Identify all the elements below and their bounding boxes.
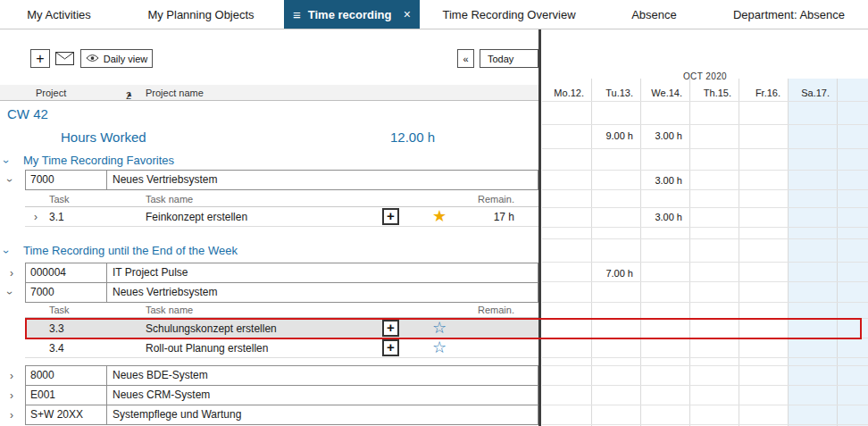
expand-icon[interactable]: › bbox=[34, 211, 38, 223]
tab-time-recording[interactable]: ≡ Time recording × bbox=[284, 0, 420, 29]
task-header-row: Task Task name Remain. bbox=[0, 191, 538, 207]
weekend-shade-sunday bbox=[837, 79, 868, 426]
column-header-task: Task bbox=[49, 194, 70, 205]
grid-line-h bbox=[542, 262, 868, 263]
column-header-task: Task bbox=[49, 305, 70, 315]
previous-period-button[interactable]: « bbox=[457, 49, 474, 68]
week-title: CW 42 bbox=[7, 106, 48, 121]
project-row-8000[interactable]: › 8000 Neues BDE-System bbox=[0, 365, 538, 386]
grid-line-h bbox=[542, 170, 868, 171]
grid-line-h bbox=[542, 207, 868, 208]
grid-line-h bbox=[542, 281, 868, 282]
tab-absence[interactable]: Absence bbox=[598, 0, 710, 29]
collapse-icon[interactable]: › bbox=[4, 291, 16, 295]
favorite-star-outline-icon[interactable]: ☆ bbox=[432, 338, 447, 357]
divider-line bbox=[25, 357, 538, 358]
section-favorites-title[interactable]: My Time Recording Favorites bbox=[23, 154, 174, 167]
today-button[interactable]: Today bbox=[480, 49, 538, 68]
grid-line-v bbox=[788, 79, 789, 426]
task-header-row: Task Task name Remain. bbox=[0, 302, 538, 318]
task-row-3-1[interactable]: › 3.1 Feinkonzept erstellen + ★ 17 h bbox=[0, 207, 538, 227]
project-name-cell: IT Project Pulse bbox=[106, 263, 538, 283]
favorite-project-cell-we14[interactable]: 3.00 h bbox=[640, 175, 682, 186]
time-recording-app: My Activities My Planning Objects ≡ Time… bbox=[0, 0, 868, 426]
grid-line-v bbox=[837, 79, 838, 426]
pulse-project-cell-tu13[interactable]: 7.00 h bbox=[591, 268, 633, 279]
tab-my-planning-objects[interactable]: My Planning Objects bbox=[118, 0, 284, 29]
project-id-cell: E001 bbox=[25, 385, 107, 405]
close-icon[interactable]: × bbox=[404, 7, 411, 21]
task-remaining-hours: 17 h bbox=[455, 211, 514, 223]
day-header-mo12: Mo.12. bbox=[542, 88, 584, 98]
grid-line-h bbox=[542, 148, 868, 149]
grid-line-v bbox=[689, 79, 690, 426]
project-row-000004[interactable]: › 000004 IT Project Pulse bbox=[0, 263, 538, 283]
grid-line-h bbox=[542, 424, 868, 425]
project-name-cell: Systempflege und Wartung bbox=[106, 405, 538, 425]
tab-bar: My Activities My Planning Objects ≡ Time… bbox=[0, 0, 868, 29]
day-header-tu13: Tu.13. bbox=[591, 88, 633, 98]
add-time-entry-button[interactable]: + bbox=[382, 339, 399, 356]
collapse-icon[interactable]: › bbox=[0, 160, 13, 163]
daily-view-label: Daily view bbox=[104, 54, 148, 64]
grid-line-h bbox=[542, 365, 868, 366]
task-row-3-4[interactable]: 3.4 Roll-out Planung erstellen + ☆ bbox=[0, 338, 538, 358]
project-id-cell: S+W 20XX bbox=[25, 405, 107, 425]
column-header-remain: Remain. bbox=[455, 194, 514, 205]
grid-line-h bbox=[542, 101, 868, 102]
pane-divider[interactable] bbox=[538, 29, 541, 426]
project-id-cell: 7000 bbox=[25, 282, 107, 303]
grid-line-h bbox=[542, 302, 868, 303]
hours-worked-total: 12.00 h bbox=[390, 129, 435, 145]
expand-icon[interactable]: › bbox=[10, 267, 13, 280]
column-header-project-name[interactable]: Project name bbox=[146, 88, 204, 98]
eye-icon bbox=[86, 54, 99, 64]
task-id: 3.1 bbox=[49, 211, 64, 223]
collapse-icon[interactable]: › bbox=[4, 179, 16, 182]
hours-worked-cell-tu13[interactable]: 9.00 h bbox=[591, 130, 633, 141]
grid-line-h bbox=[542, 189, 868, 190]
task-name: Feinkonzept erstellen bbox=[146, 211, 247, 223]
weekend-shade-saturday bbox=[788, 79, 837, 426]
tab-label: Time recording bbox=[308, 8, 392, 21]
project-name-cell: Neues CRM-System bbox=[106, 385, 538, 405]
favorite-star-icon[interactable]: ★ bbox=[432, 206, 447, 226]
column-header-task-name: Task name bbox=[146, 305, 193, 315]
selection-highlight-border bbox=[25, 318, 862, 339]
tab-my-activities[interactable]: My Activities bbox=[0, 0, 118, 29]
grid-line-h bbox=[542, 238, 868, 239]
expand-icon[interactable]: › bbox=[10, 409, 13, 422]
collapse-icon[interactable]: › bbox=[0, 250, 13, 254]
table-header-row: Project 2▲ Project name bbox=[0, 85, 538, 101]
project-row-7000[interactable]: › 7000 Neues Vertriebsystem bbox=[0, 282, 538, 303]
tab-time-recording-overview[interactable]: Time Recording Overview bbox=[420, 0, 598, 29]
grid-line-h bbox=[542, 405, 868, 405]
project-id-cell: 000004 bbox=[25, 263, 107, 283]
expand-icon[interactable]: › bbox=[10, 370, 13, 382]
daily-view-button[interactable]: Daily view bbox=[80, 49, 153, 68]
project-name-cell: Neues Vertriebsystem bbox=[106, 170, 538, 190]
add-time-entry-button[interactable]: + bbox=[382, 208, 399, 225]
project-row-favorites-7000[interactable]: › 7000 Neues Vertriebsystem bbox=[0, 170, 538, 190]
hours-worked-cell-we14[interactable]: 3.00 h bbox=[640, 130, 682, 141]
project-row-sw20xx[interactable]: › S+W 20XX Systempflege und Wartung bbox=[0, 405, 538, 425]
favorite-task-cell-we14[interactable]: 3.00 h bbox=[640, 212, 682, 222]
month-header: OCT 2020 bbox=[542, 71, 868, 81]
project-row-e001[interactable]: › E001 Neues CRM-System bbox=[0, 385, 538, 405]
divider-line bbox=[25, 226, 538, 227]
day-header-we14: We.14. bbox=[640, 88, 682, 98]
day-header-sa17: Sa.17. bbox=[788, 88, 830, 98]
mail-icon[interactable] bbox=[55, 52, 74, 68]
column-header-project[interactable]: Project bbox=[36, 88, 66, 98]
sort-arrow-icon: ▲ bbox=[126, 90, 133, 98]
add-button[interactable]: + bbox=[30, 49, 50, 68]
day-header-th15: Th.15. bbox=[689, 88, 731, 98]
expand-icon[interactable]: › bbox=[10, 389, 13, 402]
menu-icon[interactable]: ≡ bbox=[293, 7, 301, 22]
tab-department-absence[interactable]: Department: Absence bbox=[710, 0, 868, 29]
grid-line-h bbox=[542, 227, 868, 228]
column-header-task-name: Task name bbox=[146, 194, 193, 205]
section-week-end-title[interactable]: Time Recording until the End of the Week bbox=[23, 244, 238, 257]
hours-worked-label: Hours Worked bbox=[61, 129, 146, 145]
grid-line-h bbox=[542, 124, 868, 125]
